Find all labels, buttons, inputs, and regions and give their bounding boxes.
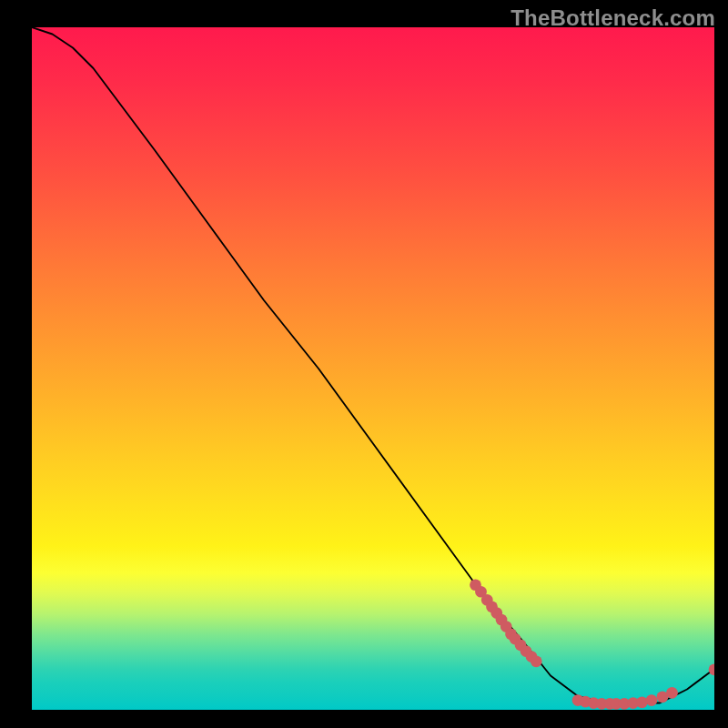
data-marker bbox=[666, 687, 678, 699]
data-marker bbox=[646, 694, 658, 706]
chart-stage: TheBottleneck.com bbox=[0, 0, 728, 728]
bottleneck-curve bbox=[32, 27, 714, 703]
chart-overlay bbox=[32, 27, 714, 710]
data-marker bbox=[531, 655, 542, 667]
plot-area bbox=[32, 27, 714, 710]
marker-group bbox=[470, 579, 714, 709]
data-marker bbox=[636, 696, 648, 708]
